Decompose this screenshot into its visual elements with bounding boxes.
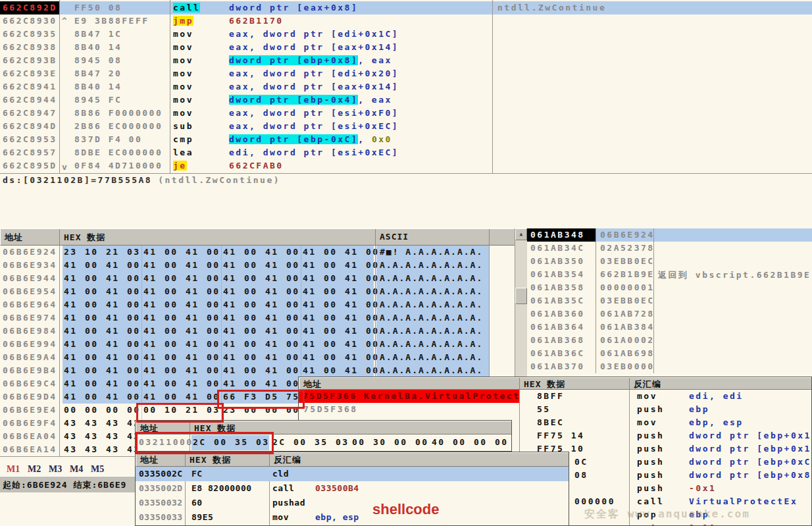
stack-row[interactable]: 061AB34C02A52378 [527, 242, 812, 255]
vp-disasm-row[interactable]: 75D5F36855pushebp [299, 403, 811, 416]
column-divider [59, 246, 60, 456]
column-divider[interactable] [59, 0, 60, 173]
operand-part: , eax [358, 95, 392, 105]
dump-row[interactable]: 06B6E98441004100410041004100410041004100… [0, 325, 515, 338]
byte: 41 [303, 326, 324, 336]
byte: 41 [223, 260, 244, 270]
dump-row[interactable]: 06B6E99441004100410041004100410041004100… [0, 338, 515, 351]
byte-group: 41004100 [223, 260, 307, 270]
stack-row[interactable]: 061AB36C061AB698 [527, 347, 812, 360]
byte: 43 [64, 444, 85, 454]
operands: 662CFAB0 [229, 161, 284, 171]
dump-row[interactable]: 06B6E92423102103410041004100410041004100… [0, 246, 515, 259]
column-divider[interactable] [170, 0, 170, 173]
disasm-row[interactable]: 662C89448945 FCmovdword ptr [ebp-0x4], e… [0, 93, 812, 107]
stack-row[interactable]: 061AB354662B1B9E返回到 vbscript.662B1B9E [527, 268, 812, 281]
byte: 41 [106, 286, 127, 296]
scrollbar-up-button[interactable]: ▲ [515, 228, 527, 240]
mnemonic: pushad [272, 498, 305, 508]
byte: 00 [244, 379, 265, 388]
byte-group: 41004100 [223, 365, 307, 375]
byte: 41 [303, 273, 324, 283]
opcode-bytes: 08 [574, 470, 588, 480]
dump-row[interactable]: 06B6E93441004100410041004100410041004100… [0, 259, 515, 272]
disasm-row[interactable]: 662C893E8B47 20moveax, dword ptr [edi+0x… [0, 67, 812, 80]
byte: 41 [186, 273, 207, 283]
byte-group: 41004100 [143, 339, 228, 349]
stack-row[interactable]: 061AB37003EB0000 [527, 360, 812, 373]
byte: 41 [303, 286, 324, 296]
stack-row[interactable]: 061AB35003EBB0EC [527, 255, 812, 268]
byte: 41 [186, 326, 207, 336]
stack-row[interactable]: 061AB34806B6E924 [527, 228, 812, 242]
disasm-row[interactable]: 662C89578DBE EC000000leaedi, dword ptr [… [0, 146, 812, 159]
stack-row[interactable]: 061AB368061A0002 [527, 334, 812, 347]
byte: 00 [495, 437, 512, 447]
disasm-row[interactable]: 662C895Dv0F84 4D710000je662CFAB0 [0, 159, 812, 172]
tab-m4[interactable]: M4 [70, 464, 83, 475]
disasm-row[interactable]: 662C8953837D F4 00cmpdword ptr [ebp-0xC]… [0, 133, 812, 146]
stack-value: 061AB384 [600, 322, 655, 332]
byte: 41 [303, 300, 324, 309]
address: 662C892D [3, 3, 57, 13]
disasm-row[interactable]: 662C893B8945 08movdword ptr [ebp+0x8], e… [0, 54, 812, 67]
tab-m5[interactable]: M5 [91, 464, 104, 475]
vp-disasm-row[interactable]: 75D5F366 KernelBa.VirtualProtect8BFFmove… [299, 390, 811, 403]
byte: 41 [265, 260, 286, 270]
tab-m2[interactable]: M2 [28, 464, 41, 475]
byte: 41 [345, 326, 366, 336]
disasm-row[interactable]: 662C894D2B86 EC000000subeax, dword ptr [… [0, 120, 812, 133]
byte-group: 41004100 [223, 379, 307, 388]
byte: 41 [186, 339, 207, 349]
dump-row[interactable]: 06B6E95441004100410041004100410041004100… [0, 285, 515, 298]
stack-row[interactable]: 061AB360061AB728 [527, 307, 812, 321]
dump-row[interactable]: 06B6E97441004100410041004100410041004100… [0, 311, 515, 325]
byte-group: 41004100 [223, 339, 307, 349]
byte: 41 [106, 300, 127, 309]
operand-part: eax, dword ptr [edi+0x20] [229, 68, 399, 78]
byte: 00 [324, 273, 345, 283]
operands: dword ptr [ebp+0xC] [689, 457, 812, 467]
byte: 41 [223, 326, 244, 336]
mnemonic: call [272, 483, 294, 493]
mnemonic: push [637, 470, 664, 480]
byte: 41 [106, 392, 127, 402]
byte: 41 [64, 286, 85, 296]
byte: 00 [324, 339, 345, 349]
dump-row[interactable]: 06B6E94441004100410041004100410041004100… [0, 272, 515, 285]
dump-row[interactable]: 06B6E96441004100410041004100410041004100… [0, 298, 515, 311]
byte: 41 [223, 300, 244, 309]
disasm-row[interactable]: 662C89478B86 F0000000moveax, dword ptr [… [0, 107, 812, 120]
operand-part: eax, dword ptr [eax+0x14] [229, 82, 399, 92]
byte-group: 00000000 [64, 405, 148, 415]
dump-row[interactable]: 06B6E9A441004100410041004100410041004100… [0, 351, 515, 364]
disasm-row[interactable]: 662C89388B40 14moveax, dword ptr [eax+0x… [0, 41, 812, 54]
disasm-row[interactable]: 662C89418B40 14moveax, dword ptr [eax+0x… [0, 80, 812, 93]
shellcode-disasm-row[interactable]: 0335003389E5movebp, esp [136, 510, 569, 525]
shellcode-window-header: 地址HEX 数据反汇编 [136, 452, 569, 467]
operand-part: eax, dword ptr [edi+0x1C] [229, 29, 399, 39]
disasm-row[interactable]: 662C8930^E9 3B88FEFFjmp662B1170 [0, 14, 812, 28]
byte: 41 [345, 273, 366, 283]
byte-group: 41004100 [143, 300, 228, 309]
byte: 41 [223, 286, 244, 296]
disasm-row[interactable]: 662C892DFF50 08calldword ptr [eax+0x8]nt… [0, 1, 812, 14]
opcode-bytes: FC [191, 469, 203, 479]
stack-row[interactable]: 061AB35C03EBB0EC [527, 294, 812, 307]
byte: 00 [165, 300, 186, 309]
opcode-bytes: 8B40 14 [74, 82, 122, 92]
tab-m1[interactable]: M1 [7, 464, 20, 475]
disasm-row[interactable]: 662C89358B47 1Cmoveax, dword ptr [edi+0x… [0, 28, 812, 41]
stack-row[interactable]: 061AB35800000001 [527, 281, 812, 294]
column-divider[interactable] [492, 0, 493, 173]
stack-row[interactable]: 061AB364061AB384 [527, 321, 812, 334]
shellcode-disasm-row[interactable]: 0335002CFCcld [136, 467, 569, 481]
tab-m3[interactable]: M3 [49, 464, 62, 475]
dump-row[interactable]: 06B6E9B441004100410041004100410041004100… [0, 364, 515, 377]
shellcode-disasm-window: 地址HEX 数据反汇编0335002CFCcld0335002DE8 82000… [135, 452, 569, 526]
scrollbar-thumb[interactable] [515, 288, 527, 304]
shellcode-disasm-row[interactable]: 0335002DE8 82000000call033500B4 [136, 481, 569, 496]
byte: 41 [265, 286, 286, 296]
dump-address: 06B6E964 [3, 300, 57, 309]
shellcode-disasm-row[interactable]: 0335003260pushad [136, 496, 569, 510]
